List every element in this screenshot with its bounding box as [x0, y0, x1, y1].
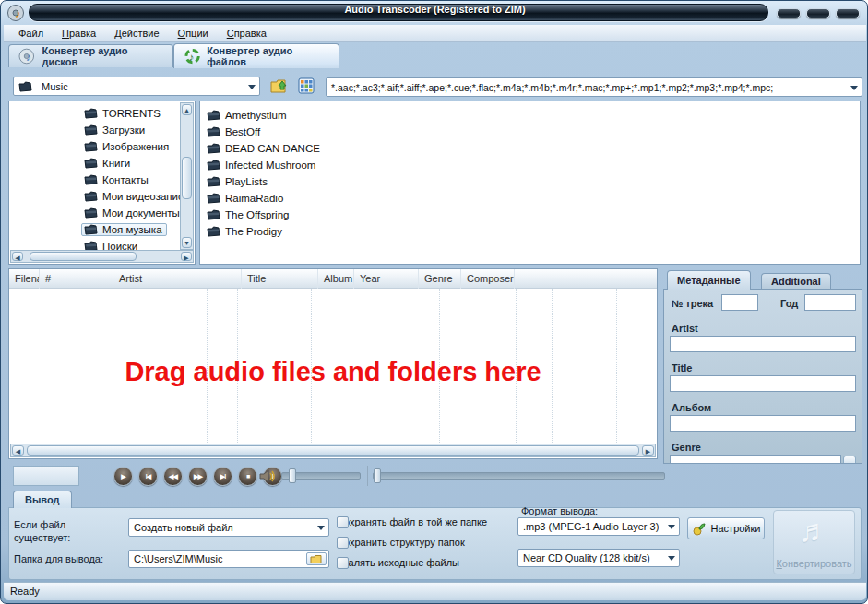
genre-input[interactable]: [670, 455, 841, 464]
menu-item[interactable]: Правка: [53, 26, 105, 41]
player-button-play[interactable]: ▶: [113, 467, 133, 486]
menu-item[interactable]: Опции: [169, 26, 218, 41]
filter-value: *.aac;*.ac3;*.aif;*.aiff;*.ape;*.cue;*.f…: [327, 82, 788, 93]
hscroll-thumb[interactable]: [30, 252, 137, 261]
folder-combobox[interactable]: Music: [13, 77, 260, 96]
tree-item[interactable]: Контакты: [9, 172, 181, 188]
column-header[interactable]: Composer: [461, 269, 515, 289]
column-header[interactable]: Year: [354, 269, 419, 289]
up-folder-button[interactable]: [267, 75, 291, 97]
menu-bar: ФайлПравкаДействиеОпцииСправка: [4, 25, 866, 42]
track-label: № трека: [672, 298, 713, 309]
artist-input[interactable]: [670, 336, 856, 352]
menu-item[interactable]: Справка: [218, 26, 276, 41]
table-hscrollbar[interactable]: ◀ ▶: [10, 444, 656, 457]
tree-vscrollbar[interactable]: ▲ ▼: [180, 102, 194, 250]
tree-item[interactable]: Мои документы: [9, 205, 181, 221]
genre-more-button[interactable]: …: [843, 456, 856, 464]
folder-icon: [207, 226, 220, 237]
volume-slider-thumb[interactable]: [289, 468, 296, 483]
file-filter-combobox[interactable]: *.aac;*.ac3;*.aif;*.aiff;*.ape;*.cue;*.f…: [326, 77, 862, 97]
file-exists-combobox[interactable]: Создать новый файл: [128, 518, 329, 537]
year-input[interactable]: [804, 294, 856, 311]
format-combobox[interactable]: .mp3 (MPEG-1 Audio Layer 3): [517, 517, 680, 536]
tree-item[interactable]: Мои видеозаписи: [9, 188, 181, 205]
folder-item[interactable]: Amethystium: [200, 107, 860, 124]
checkbox-row[interactable]: Сохранять файл в той же папке: [337, 516, 487, 527]
player-button-fast-forward[interactable]: ▶▶: [188, 467, 208, 486]
tab-additional[interactable]: Additional: [761, 273, 831, 290]
folder-combo-value: Music: [37, 81, 68, 92]
vscroll-thumb[interactable]: [182, 157, 192, 199]
tree-item[interactable]: Изображения: [9, 138, 181, 155]
settings-button[interactable]: Настройки: [687, 517, 765, 539]
folder-item[interactable]: BestOff: [200, 124, 860, 140]
column-header[interactable]: Filename: [9, 269, 40, 289]
output-folder-input[interactable]: C:\Users\ZIM\Music: [128, 550, 329, 568]
seek-slider-thumb[interactable]: [374, 468, 381, 483]
tree-item[interactable]: Загрузки: [9, 122, 181, 138]
folder-item[interactable]: Infected Mushroom: [200, 157, 860, 173]
checkbox[interactable]: [337, 557, 349, 569]
tab-audio-disc-converter[interactable]: ♪ Конвертер аудио дисков: [8, 44, 173, 67]
column-header[interactable]: Genre: [419, 269, 461, 289]
player-button-rewind[interactable]: ◀◀: [163, 467, 183, 486]
title-input[interactable]: [670, 375, 856, 392]
tree-item[interactable]: Книги: [9, 155, 181, 172]
scroll-right-arrow[interactable]: ▶: [642, 445, 654, 456]
file-table[interactable]: Filename#ArtistTitleAlbumYearGenreCompos…: [8, 268, 658, 459]
metadata-panel: № трека Год Artist Title Альбом Genre …: [663, 289, 862, 464]
folder-item[interactable]: PlayLists: [200, 173, 860, 190]
folder-icon: [84, 191, 98, 202]
tab-output[interactable]: Вывод: [13, 491, 72, 508]
checkbox[interactable]: [337, 537, 349, 549]
tree-hscrollbar[interactable]: ◀ ▶: [10, 250, 194, 263]
player-button-stop[interactable]: ■: [238, 467, 257, 486]
scroll-left-arrow[interactable]: ◀: [12, 445, 24, 456]
track-input[interactable]: [721, 294, 758, 311]
folder-tree-pane[interactable]: TORRENTS Загрузки: [8, 101, 196, 265]
checkbox[interactable]: [337, 516, 349, 528]
tree-item[interactable]: TORRENTS: [9, 105, 181, 122]
scroll-up-arrow[interactable]: ▲: [182, 104, 192, 115]
scroll-left-arrow[interactable]: ◀: [12, 252, 23, 261]
seek-slider[interactable]: [373, 472, 665, 480]
player-button-next[interactable]: ▶I: [213, 467, 232, 486]
scroll-down-arrow[interactable]: ▼: [182, 237, 192, 248]
folder-item[interactable]: DEAD CAN DANCE: [200, 140, 860, 157]
column-header[interactable]: Artist: [113, 269, 242, 289]
folder-item[interactable]: The Prodigy: [200, 223, 860, 240]
folder-icon: [207, 110, 220, 121]
album-input[interactable]: [670, 415, 856, 432]
genre-label: Genre: [672, 442, 701, 453]
checkbox-row[interactable]: Удалять исходные файлы: [337, 557, 459, 568]
svg-text:♪: ♪: [26, 51, 31, 63]
if-file-exists-label-2: существует:: [14, 532, 70, 543]
minimize-button[interactable]: [777, 8, 801, 18]
close-button[interactable]: [836, 8, 860, 18]
tab-metadata[interactable]: Метаданные: [667, 270, 751, 290]
player-button-previous[interactable]: I◀: [138, 467, 158, 486]
folder-icon: [84, 158, 98, 169]
hscroll-thumb[interactable]: [27, 445, 639, 456]
folder-item[interactable]: The Offspring: [200, 207, 860, 223]
convert-button[interactable]: ♬ Конвертировать: [773, 510, 855, 574]
checkbox-row[interactable]: Сохранить структуру папок: [337, 537, 465, 548]
drop-hint-text: Drag audio files and folders here: [9, 357, 657, 387]
maximize-button[interactable]: [806, 8, 830, 18]
menu-item[interactable]: Действие: [105, 26, 168, 41]
menu-item[interactable]: Файл: [9, 26, 53, 41]
scroll-right-arrow[interactable]: ▶: [181, 252, 192, 261]
folder-item[interactable]: RaimaRadio: [200, 190, 860, 207]
tree-item[interactable]: Моя музыка: [9, 221, 181, 238]
tab-audio-file-converter[interactable]: ♪ Конвертер аудио файлов: [173, 43, 339, 68]
quality-combobox[interactable]: Near CD Quality (128 kbit/s): [517, 549, 680, 567]
column-header[interactable]: Album: [318, 269, 354, 289]
browse-folder-button[interactable]: [306, 552, 327, 565]
column-header[interactable]: Title: [242, 269, 318, 289]
title-bar[interactable]: ♪ Audio Transcoder (Registered to ZIM): [1, 1, 868, 25]
speaker-icon[interactable]: [258, 468, 277, 485]
view-mode-button[interactable]: [293, 75, 321, 97]
folder-list-pane[interactable]: Amethystium BestOff DEAD CAN DANCE: [199, 101, 861, 265]
column-header[interactable]: #: [40, 269, 113, 289]
